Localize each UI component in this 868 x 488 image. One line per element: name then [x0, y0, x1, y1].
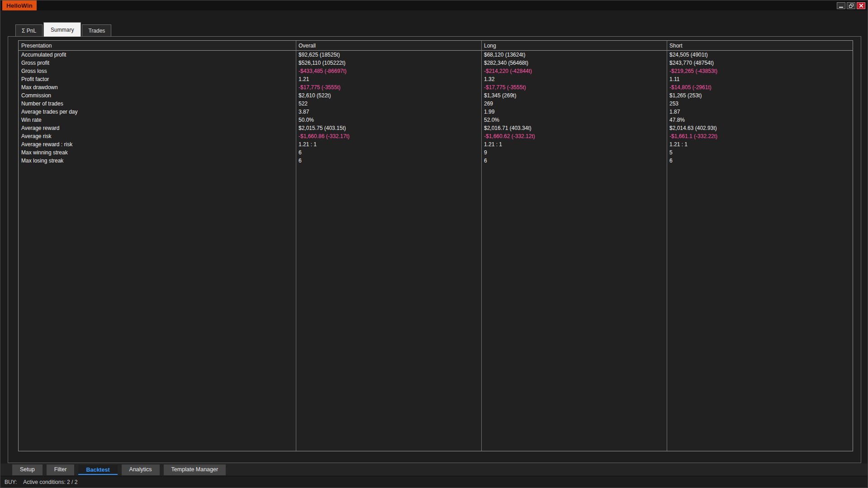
long-value: $282,340 (56468t): [481, 59, 667, 67]
table-row[interactable]: Average risk-$1,660.86 (-332.17t)-$1,660…: [19, 132, 853, 140]
column-divider: [667, 41, 667, 451]
short-value: -$1,661.1 (-332.22t): [667, 132, 853, 140]
metric-label: Max winning streak: [19, 148, 296, 157]
metric-label: Commission: [19, 91, 296, 100]
overall-value: $2,015.75 (403.15t): [296, 124, 481, 132]
overall-value: 6: [296, 157, 481, 165]
table-row[interactable]: Accumulated profit$92,625 (18525t)$68,12…: [19, 51, 853, 59]
close-button[interactable]: [857, 2, 865, 9]
short-value: 5: [667, 148, 853, 157]
long-value: $1,345 (269t): [481, 91, 667, 100]
tab-pnl[interactable]: Σ PnL: [15, 24, 43, 36]
metric-label: Max losing streak: [19, 157, 296, 165]
overall-value: $92,625 (18525t): [296, 51, 481, 59]
close-icon: [859, 4, 863, 8]
overall-value: 1.21 : 1: [296, 140, 481, 148]
table-row[interactable]: Profit factor1.211.321.11: [19, 75, 853, 83]
short-value: 253: [667, 100, 853, 108]
long-value: $2,016.71 (403.34t): [481, 124, 667, 132]
long-value: -$214,220 (-42844t): [481, 67, 667, 75]
metric-label: Average reward : risk: [19, 140, 296, 148]
table-row[interactable]: Max winning streak695: [19, 148, 853, 157]
title-bar[interactable]: HelloWin: [0, 0, 868, 10]
column-divider: [481, 41, 482, 451]
table-row[interactable]: Average reward$2,015.75 (403.15t)$2,016.…: [19, 124, 853, 132]
table-row[interactable]: Commission$2,610 (522t)$1,345 (269t)$1,2…: [19, 91, 853, 100]
short-value: $2,014.63 (402.93t): [667, 124, 853, 132]
table-row[interactable]: Average trades per day3.871.991.87: [19, 108, 853, 116]
short-value: -$219,265 (-43853t): [667, 67, 853, 75]
overall-value: -$1,660.86 (-332.17t): [296, 132, 481, 140]
overall-value: 6: [296, 148, 481, 157]
short-value: $1,265 (253t): [667, 91, 853, 100]
minimize-icon: [839, 7, 843, 8]
overall-value: 3.87: [296, 108, 481, 116]
metric-label: Max drawdown: [19, 83, 296, 91]
short-value: $243,770 (48754t): [667, 59, 853, 67]
table-row[interactable]: Max losing streak666: [19, 157, 853, 165]
metric-label: Average reward: [19, 124, 296, 132]
top-tab-strip: Σ PnL Summary Trades: [15, 22, 112, 36]
long-value: -$17,775 (-3555t): [481, 83, 667, 91]
column-header-long[interactable]: Long: [481, 41, 667, 50]
tab-setup[interactable]: Setup: [12, 464, 43, 475]
column-divider: [296, 41, 296, 451]
table-row[interactable]: Gross profit$526,110 (105222t)$282,340 (…: [19, 59, 853, 67]
short-value: 1.87: [667, 108, 853, 116]
long-value: 6: [481, 157, 667, 165]
restore-button[interactable]: [847, 2, 855, 9]
overall-value: 1.21: [296, 75, 481, 83]
overall-value: $526,110 (105222t): [296, 59, 481, 67]
overall-value: 522: [296, 100, 481, 108]
column-header-presentation[interactable]: Presentation: [19, 41, 296, 50]
metric-label: Number of trades: [19, 100, 296, 108]
tab-trades[interactable]: Trades: [82, 24, 111, 36]
minimize-button[interactable]: [837, 2, 845, 9]
metric-label: Average trades per day: [19, 108, 296, 116]
summary-table: Presentation Overall Long Short Accumula…: [18, 40, 853, 451]
table-header-row: Presentation Overall Long Short: [19, 41, 853, 51]
long-value: 269: [481, 100, 667, 108]
long-value: -$1,660.62 (-332.12t): [481, 132, 667, 140]
tab-summary[interactable]: Summary: [43, 22, 81, 37]
tab-backtest[interactable]: Backtest: [78, 465, 117, 475]
overall-value: -$433,485 (-86697t): [296, 67, 481, 75]
status-active-conditions: Active conditions: 2 / 2: [23, 479, 77, 485]
metric-label: Accumulated profit: [19, 51, 296, 59]
table-body: Accumulated profit$92,625 (18525t)$68,12…: [19, 51, 853, 165]
window-controls: [837, 2, 865, 9]
table-row[interactable]: Win rate50.0%52.0%47.8%: [19, 116, 853, 124]
app-window: HelloWin Σ PnL Summary Trades Presentati…: [0, 0, 868, 488]
long-value: 1.32: [481, 75, 667, 83]
long-value: 52.0%: [481, 116, 667, 124]
summary-panel: Presentation Overall Long Short Accumula…: [8, 36, 861, 463]
app-title: HelloWin: [2, 0, 37, 10]
short-value: 1.11: [667, 75, 853, 83]
status-bar: BUY: Active conditions: 2 / 2: [0, 476, 868, 488]
overall-value: $2,610 (522t): [296, 91, 481, 100]
metric-label: Profit factor: [19, 75, 296, 83]
column-header-overall[interactable]: Overall: [296, 41, 481, 50]
metric-label: Win rate: [19, 116, 296, 124]
short-value: 6: [667, 157, 853, 165]
metric-label: Gross loss: [19, 67, 296, 75]
long-value: 1.99: [481, 108, 667, 116]
overall-value: 50.0%: [296, 116, 481, 124]
table-row[interactable]: Number of trades522269253: [19, 100, 853, 108]
long-value: 9: [481, 148, 667, 157]
long-value: $68,120 (13624t): [481, 51, 667, 59]
status-side-label: BUY:: [5, 479, 17, 485]
table-row[interactable]: Max drawdown-$17,775 (-3555t)-$17,775 (-…: [19, 83, 853, 91]
tab-template-manager[interactable]: Template Manager: [164, 464, 226, 475]
table-row[interactable]: Average reward : risk1.21 : 11.21 : 11.2…: [19, 140, 853, 148]
restore-icon: [849, 4, 854, 8]
metric-label: Gross profit: [19, 59, 296, 67]
short-value: 47.8%: [667, 116, 853, 124]
metric-label: Average risk: [19, 132, 296, 140]
table-row[interactable]: Gross loss-$433,485 (-86697t)-$214,220 (…: [19, 67, 853, 75]
long-value: 1.21 : 1: [481, 140, 667, 148]
short-value: -$14,805 (-2961t): [667, 83, 853, 91]
tab-filter[interactable]: Filter: [47, 464, 75, 475]
tab-analytics[interactable]: Analytics: [122, 464, 160, 475]
column-header-short[interactable]: Short: [667, 41, 853, 50]
